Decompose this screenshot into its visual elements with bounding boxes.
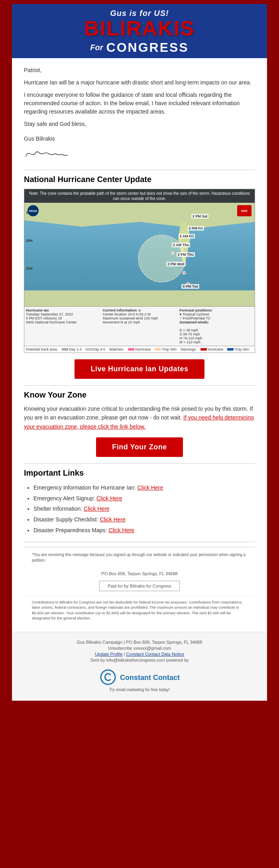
label-2pm-sat: 2 PM Sat <box>191 214 209 219</box>
lat-25n: 25N <box>26 266 33 270</box>
zone-section: Know Your Zone Knowing your evacuation z… <box>24 390 255 431</box>
hurricane-section-title: National Hurricane Center Update <box>24 175 255 184</box>
storm-source: NWS National Hurricane Center <box>26 320 77 324</box>
storm-date: Tuesday September 27, 2022 <box>26 312 73 316</box>
cc-logo-circle-wrapper <box>99 668 117 687</box>
unsubscribe-line: Unsubscribe xxxxxx@gmail.com <box>20 646 259 651</box>
contact-data-link[interactable]: Constant Contact Data Notice <box>126 652 185 656</box>
footer-address: PO Box 606, Tarpon Springs, FL 34688 <box>24 568 255 579</box>
legend-watch-trop: Trop Stm <box>155 347 177 351</box>
header-main-name: BILIRAKIS <box>18 18 261 39</box>
list-item: Disaster Supply Checklist: Click Here <box>33 514 255 525</box>
map-info-col-2: Current information: x Center location 2… <box>103 308 177 344</box>
salutation: Patriot, <box>24 66 255 74</box>
legend-day4-5-color <box>86 348 92 351</box>
links-section-title: Important Links <box>24 468 255 478</box>
map-info-bar: Hurricane Ian Tuesday September 27, 2022… <box>24 306 255 346</box>
zone-section-title: Know Your Zone <box>24 390 255 400</box>
noaa-logo: NOAA <box>28 205 39 216</box>
cc-logo-area: Constant Contact Try email marketing for… <box>20 664 259 694</box>
post-potential: ○ Post/Potential TC <box>179 316 210 320</box>
header-sub-line: For CONGRESS <box>18 40 261 55</box>
divider-4 <box>24 542 255 542</box>
label-2am-fri: 2 AM Fri <box>179 234 195 239</box>
list-item: Emergency Information for Hurricane Ian:… <box>33 482 255 493</box>
link-href-4[interactable]: Click Here <box>108 527 134 533</box>
link-label-2: Shelter Information: <box>33 506 84 512</box>
max-wind: Maximum sustained wind 120 mph <box>103 316 158 320</box>
legend-watch-hurricane-color <box>128 348 134 351</box>
paragraph1: Hurricane Ian will be a major hurricane … <box>24 78 255 87</box>
hurricane-cta-container: Live Hurricane Ian Updates <box>24 359 255 379</box>
s-label: S 39-73 mph <box>179 332 200 336</box>
forecast-label: Forecast positions: <box>179 308 253 312</box>
main-content: Patriot, Hurricane Ian will be a major h… <box>12 58 267 632</box>
footer-contributions: Contributions to Bilirakis for Congress … <box>24 596 255 624</box>
legend-day4-5-label: Day 4-5 <box>93 347 106 351</box>
list-item: Emergency Alert Signup: Click Here <box>33 493 255 504</box>
divider-2 <box>24 385 255 386</box>
links-list: Emergency Information for Hurricane Ian:… <box>24 482 255 535</box>
footer-paid-container: Paid for by Bilirakis for Congress <box>24 579 255 593</box>
footer-disclaimer: *You are receiving this message because … <box>24 547 255 568</box>
legend-watch-hurricane-label: Hurricane <box>135 347 151 351</box>
storm-name-label: Hurricane Ian <box>26 308 100 312</box>
contributions-text: Contributions to Bilirakis for Congress … <box>32 600 247 621</box>
legend-warn-trop-label: Trop Stm <box>234 347 249 351</box>
link-label-3: Disaster Supply Checklist: <box>33 516 100 523</box>
svg-point-0 <box>101 670 115 684</box>
outer-wrapper: Gus is for US! BILIRAKIS For CONGRESS Pa… <box>0 0 279 705</box>
footer-links-line: Update Profile | Constant Contact Data N… <box>20 652 259 656</box>
legend-day1-3-color <box>62 348 68 351</box>
legend-watch-trop-color <box>155 348 161 351</box>
update-profile-link[interactable]: Update Profile <box>95 652 123 656</box>
signature-name: Gus Bilirakis <box>24 135 255 143</box>
header-for-text: For <box>90 43 103 52</box>
d-label: D < 39 mph <box>179 328 198 332</box>
hurricane-map: Note: The cone contains the probable pat… <box>24 189 255 353</box>
live-hurricane-button[interactable]: Live Hurricane Ian Updates <box>75 359 204 379</box>
potential-track-label: Potential track area: <box>26 347 58 351</box>
link-label-1: Emergency Alert Signup: <box>33 495 96 502</box>
cc-tagline: Try email marketing for free today! <box>20 688 259 692</box>
paragraph3: Stay safe and God bless, <box>24 120 255 128</box>
zone-paragraph: Knowing your evacuation zone critical to… <box>24 404 255 431</box>
legend-warn-trop-color <box>227 348 234 351</box>
list-item: Shelter Information: Click Here <box>33 504 255 514</box>
link-label-4: Disaster Preparedness Maps: <box>33 527 108 533</box>
storm-dot-2 <box>183 271 186 274</box>
nws-logo: NWS <box>237 205 251 216</box>
cc-logo-row: Constant Contact <box>20 668 259 687</box>
email-container: Gus is for US! BILIRAKIS For CONGRESS Pa… <box>12 4 267 701</box>
legend-day4-5: Day 4-5 <box>86 347 106 351</box>
paid-by-text: Paid for by Bilirakis for Congress <box>108 584 171 588</box>
sustained-winds-label: Sustained winds: <box>179 320 253 324</box>
footer-paid-by-box: Paid for by Bilirakis for Congress <box>99 581 180 591</box>
label-2pm-thu: 2 PM Thu <box>177 252 195 257</box>
label-5pm-tue: 5 PM Tue <box>181 284 199 289</box>
link-href-2[interactable]: Click Here <box>84 506 110 512</box>
label-2am-thu: 2 AM Thu <box>172 243 190 247</box>
paragraph2-text: I encourage everyone to follow the guida… <box>24 92 240 115</box>
sent-by-line: Sent by info@bilirakisforcongress.com po… <box>20 658 259 662</box>
disclaimer-text: *You are receiving this message because … <box>32 552 247 563</box>
signature-cursive <box>24 145 255 163</box>
link-label-0: Emergency Information for Hurricane Ian: <box>33 484 138 491</box>
legend-day1-3-label: Day 1-3 <box>69 347 82 351</box>
signature-section: Gus Bilirakis <box>24 135 255 163</box>
signature-svg <box>24 145 72 161</box>
link-href-1[interactable]: Click Here <box>96 495 122 502</box>
find-your-zone-button[interactable]: Find Your Zone <box>96 437 183 457</box>
map-note-bar: Note: The cone contains the probable pat… <box>24 189 255 203</box>
link-href-0[interactable]: Click Here <box>138 484 163 491</box>
legend-warn-hurricane-label: Hurricane <box>208 347 223 351</box>
legend-warn-hurricane: Hurricane <box>200 347 223 351</box>
m-label: M > 110 mph <box>179 340 200 344</box>
lat-30n: 30N <box>26 239 33 243</box>
legend-watch-trop-label: Trop Stm <box>162 347 177 351</box>
campaign-line: Gus Bilirakis Campaign | PO Box 606, Tar… <box>20 640 259 645</box>
link-href-3[interactable]: Click Here <box>100 516 126 523</box>
cc-brand-name: Constant Contact <box>120 674 180 682</box>
map-legend-bar: Potential track area: Day 1-3 Day 4-5 Wa… <box>24 346 255 353</box>
current-info-label: Current information: x <box>103 308 177 312</box>
